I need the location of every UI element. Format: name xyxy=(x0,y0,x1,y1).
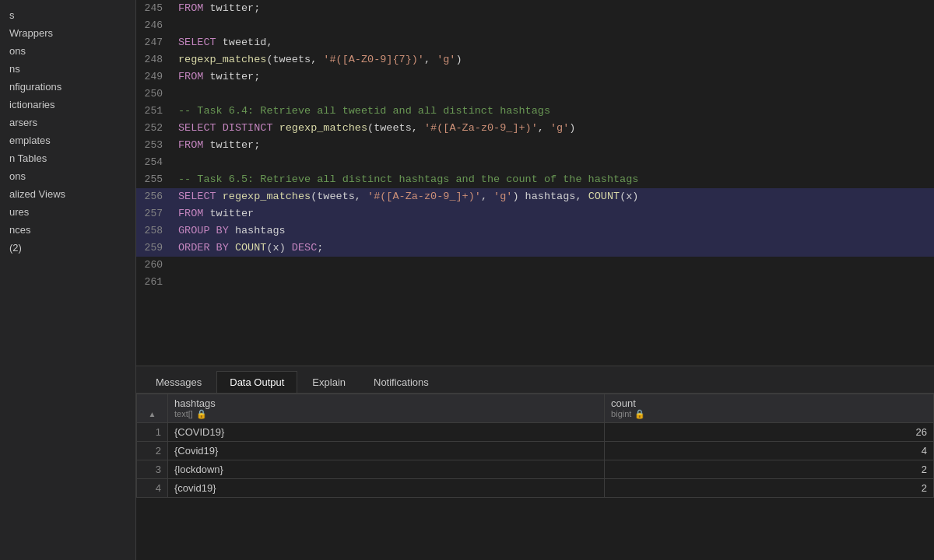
sidebar-label-11: ures xyxy=(9,206,29,218)
table-row: 3 {lockdown} 2 xyxy=(137,460,934,479)
sort-arrow-icon: ▲ xyxy=(149,410,156,418)
code-line-248: 248 regexp_matches(tweets, '#([A-Z0-9]{7… xyxy=(136,51,934,68)
line-num-246: 246 xyxy=(136,17,175,34)
table-row: 4 {covid19} 2 xyxy=(137,479,934,498)
line-num-254: 254 xyxy=(136,154,175,171)
sidebar-label-9: ons xyxy=(9,170,26,182)
line-content-245: FROM twitter; xyxy=(175,0,934,17)
line-num-260: 260 xyxy=(136,257,175,274)
sidebar-item-arsers[interactable]: arsers xyxy=(0,114,135,131)
sidebar-label-0: s xyxy=(9,9,15,21)
sidebar-label-12: nces xyxy=(9,224,30,236)
sidebar-item-ns[interactable]: ns xyxy=(0,60,135,78)
code-area[interactable]: 245 FROM twitter; 246 247 SELECT tweetid… xyxy=(136,0,934,366)
sidebar-item-ons2[interactable]: ons xyxy=(0,167,135,185)
sidebar-item-2[interactable]: (2) xyxy=(0,239,135,257)
sidebar-label-5: ictionaries xyxy=(9,99,55,110)
row-1-count: 26 xyxy=(605,423,934,442)
line-content-247: SELECT tweetid, xyxy=(175,34,934,51)
line-num-253: 253 xyxy=(136,137,175,154)
code-line-249: 249 FROM twitter; xyxy=(136,68,934,86)
tab-messages[interactable]: Messages xyxy=(142,371,215,393)
code-line-255: 255 -- Task 6.5: Retrieve all distinct h… xyxy=(136,171,934,188)
line-content-248: regexp_matches(tweets, '#([A-Z0-9]{7})',… xyxy=(175,51,934,68)
code-line-256: 256 SELECT regexp_matches(tweets, '#([A-… xyxy=(136,188,934,205)
line-content-253: FROM twitter; xyxy=(175,137,934,154)
code-line-250: 250 xyxy=(136,86,934,103)
line-num-252: 252 xyxy=(136,120,175,137)
line-content-257: FROM twitter xyxy=(175,205,934,222)
code-line-245: 245 FROM twitter; xyxy=(136,0,934,17)
row-num-1: 1 xyxy=(137,423,168,442)
sidebar-item-wrappers[interactable]: Wrappers xyxy=(0,24,135,42)
code-editor: 245 FROM twitter; 246 247 SELECT tweetid… xyxy=(136,0,934,366)
code-line-252: 252 SELECT DISTINCT regexp_matches(tweet… xyxy=(136,120,934,137)
line-num-247: 247 xyxy=(136,34,175,51)
row-num-4: 4 xyxy=(137,479,168,498)
col-name-hashtags: hashtags xyxy=(174,397,598,409)
code-line-251: 251 -- Task 6.4: Retrieve all tweetid an… xyxy=(136,103,934,120)
sidebar-label-4: nfigurations xyxy=(9,81,61,93)
lock-icon-count: 🔒 xyxy=(634,409,645,419)
sidebar-item-ictionaries[interactable]: ictionaries xyxy=(0,96,135,114)
row-3-hashtags: {lockdown} xyxy=(168,460,605,479)
sidebar: s Wrappers ons ns nfigurations ictionari… xyxy=(0,0,136,560)
sidebar-item-emplates[interactable]: emplates xyxy=(0,131,135,149)
line-content-258: GROUP BY hashtags xyxy=(175,222,934,240)
row-4-hashtags: {covid19} xyxy=(168,479,605,498)
tab-explain[interactable]: Explain xyxy=(299,371,359,393)
data-output-panel: ▲ hashtags text[]🔒 count xyxy=(136,394,934,560)
row-1-hashtags: {COVID19} xyxy=(168,423,605,442)
line-content-255: -- Task 6.5: Retrieve all distinct hasht… xyxy=(175,171,934,188)
code-line-261: 261 xyxy=(136,274,934,291)
sidebar-label-3: ns xyxy=(9,63,20,75)
tab-notifications[interactable]: Notifications xyxy=(360,371,442,393)
sidebar-label-2: ons xyxy=(9,45,26,57)
line-content-249: FROM twitter; xyxy=(175,68,934,86)
sidebar-item-nces[interactable]: nces xyxy=(0,221,135,239)
code-line-259: 259 ORDER BY COUNT(x) DESC; xyxy=(136,240,934,257)
line-num-258: 258 xyxy=(136,222,175,240)
bottom-panel: Messages Data Output Explain Notificatio… xyxy=(136,366,934,560)
sidebar-item-n-tables[interactable]: n Tables xyxy=(0,149,135,167)
results-table: ▲ hashtags text[]🔒 count xyxy=(136,394,934,498)
line-content-256: SELECT regexp_matches(tweets, '#([A-Za-z… xyxy=(175,188,934,205)
sidebar-item-ons[interactable]: ons xyxy=(0,42,135,60)
line-num-257: 257 xyxy=(136,205,175,222)
main-content: 245 FROM twitter; 246 247 SELECT tweetid… xyxy=(136,0,934,560)
code-line-258: 258 GROUP BY hashtags xyxy=(136,222,934,240)
sidebar-item-s[interactable]: s xyxy=(0,6,135,24)
line-num-255: 255 xyxy=(136,171,175,188)
sidebar-item-alized-views[interactable]: alized Views xyxy=(0,185,135,203)
col-type-hashtags: text[]🔒 xyxy=(174,409,598,419)
line-num-245: 245 xyxy=(136,0,175,17)
line-content-252: SELECT DISTINCT regexp_matches(tweets, '… xyxy=(175,120,934,137)
col-name-count: count xyxy=(611,397,927,409)
code-line-260: 260 xyxy=(136,257,934,274)
row-num-2: 2 xyxy=(137,442,168,460)
code-line-247: 247 SELECT tweetid, xyxy=(136,34,934,51)
code-line-254: 254 xyxy=(136,154,934,171)
row-2-hashtags: {Covid19} xyxy=(168,442,605,460)
sidebar-item-ures[interactable]: ures xyxy=(0,203,135,221)
code-line-253: 253 FROM twitter; xyxy=(136,137,934,154)
tab-data-output[interactable]: Data Output xyxy=(216,371,297,393)
line-num-256: 256 xyxy=(136,188,175,205)
sidebar-label-13: (2) xyxy=(9,242,22,254)
row-num-header: ▲ xyxy=(137,394,168,423)
col-header-hashtags[interactable]: hashtags text[]🔒 xyxy=(168,394,605,423)
lock-icon-hashtags: 🔒 xyxy=(196,409,207,419)
line-num-261: 261 xyxy=(136,274,175,291)
sidebar-label-6: arsers xyxy=(9,117,37,128)
sidebar-item-nfigurations[interactable]: nfigurations xyxy=(0,78,135,96)
line-content-251: -- Task 6.4: Retrieve all tweetid and al… xyxy=(175,103,934,120)
table-row: 1 {COVID19} 26 xyxy=(137,423,934,442)
results-table-container: ▲ hashtags text[]🔒 count xyxy=(136,394,934,560)
row-num-3: 3 xyxy=(137,460,168,479)
col-type-count: bigint🔒 xyxy=(611,409,927,419)
sidebar-label-8: n Tables xyxy=(9,152,47,164)
line-num-248: 248 xyxy=(136,51,175,68)
line-num-251: 251 xyxy=(136,103,175,120)
col-header-count[interactable]: count bigint🔒 xyxy=(605,394,934,423)
row-3-count: 2 xyxy=(605,460,934,479)
